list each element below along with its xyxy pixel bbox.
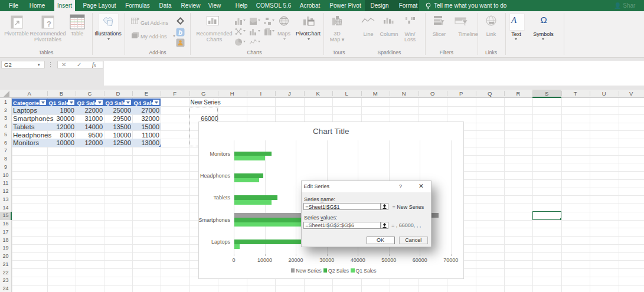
svg-text:?: ? [47, 19, 51, 28]
svg-text:b: b [178, 29, 182, 36]
